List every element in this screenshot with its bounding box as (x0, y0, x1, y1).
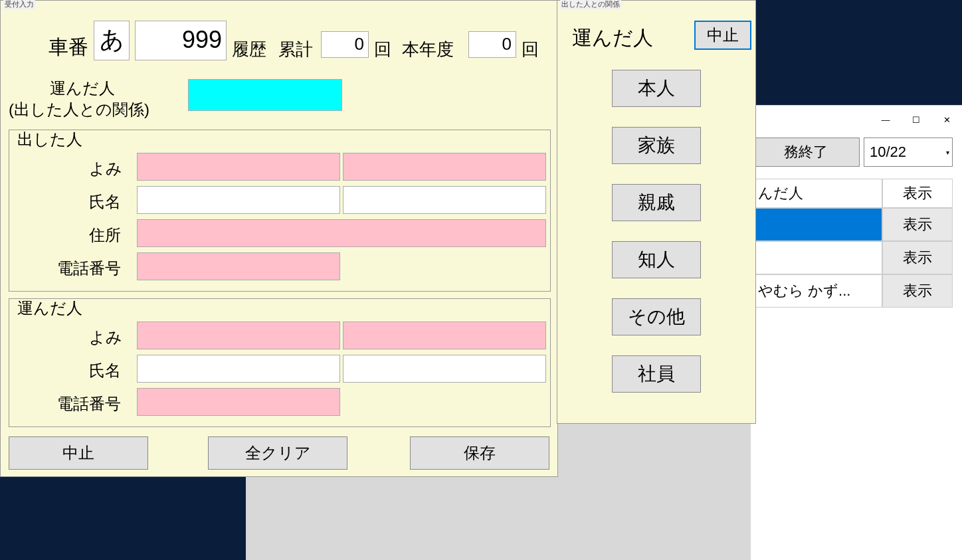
sum-label: 累計 (278, 38, 313, 61)
bringer-name-input-2[interactable] (343, 355, 546, 383)
column-bringer: んだ人 (752, 179, 882, 208)
bringer-relationship-input[interactable] (188, 79, 342, 111)
save-button[interactable]: 保存 (410, 436, 549, 470)
clear-all-button[interactable]: 全クリア (208, 436, 347, 470)
table-row-0-text[interactable] (752, 208, 882, 241)
bringer-group: 運んだ人 よみ 氏名 電話番号 (9, 298, 551, 427)
sum-value: 0 (321, 31, 369, 58)
bringer-group-title: 運んだ人 (15, 298, 85, 319)
column-show: 表示 (882, 179, 953, 208)
rel-option-2[interactable]: 親戚 (612, 184, 701, 221)
end-work-button[interactable]: 務終了 (752, 138, 860, 167)
bringer-tel-label: 電話番号 (57, 393, 121, 415)
sender-name-label: 氏名 (89, 191, 121, 213)
bringer-label-1: 運んだ人 (50, 78, 115, 99)
relationship-cancel-button[interactable]: 中止 (694, 21, 751, 50)
main-window: 受付入力 車番 あ 999 履歴 累計 0 回 本年度 0 回 運んだ人 (出し… (0, 0, 558, 477)
table-row-0-show-button[interactable]: 表示 (882, 208, 953, 241)
rel-option-1[interactable]: 家族 (612, 127, 701, 164)
sender-name-input-2[interactable] (343, 186, 546, 214)
bringer-yomi-input-2[interactable] (343, 322, 546, 349)
rel-option-0[interactable]: 本人 (612, 70, 701, 107)
sender-tel-label: 電話番号 (57, 258, 121, 279)
times-label-2: 回 (522, 38, 539, 61)
date-dropdown[interactable]: 10/22 ▾ (864, 138, 953, 167)
relationship-dialog: 出した人との関係 運んだ人 中止 本人 家族 親戚 知人 その他 社員 (557, 0, 756, 424)
bringer-yomi-label: よみ (89, 327, 122, 348)
sender-yomi-input-2[interactable] (343, 153, 546, 181)
rel-option-4[interactable]: その他 (612, 298, 701, 335)
maximize-icon[interactable]: ☐ (901, 110, 931, 129)
sender-group: 出した人 よみ 氏名 住所 電話番号 (9, 130, 551, 292)
background-window (751, 105, 962, 560)
window-controls: — ☐ ✕ (870, 110, 962, 129)
sender-tel-input[interactable] (137, 252, 340, 280)
year-value: 0 (468, 31, 516, 58)
history-label: 履歴 (232, 38, 266, 61)
chevron-down-icon: ▾ (946, 149, 949, 156)
minimize-icon[interactable]: — (870, 110, 901, 129)
bringer-label-2: (出した人との関係) (9, 99, 149, 120)
cancel-button[interactable]: 中止 (9, 436, 148, 470)
relationship-dialog-title: 出した人との関係 (560, 0, 621, 9)
times-label-1: 回 (374, 38, 391, 61)
bringer-yomi-input-1[interactable] (137, 322, 340, 349)
table-row-1-show-button[interactable]: 表示 (882, 241, 953, 274)
sender-addr-input[interactable] (137, 219, 546, 247)
table-row-2-show-button[interactable]: 表示 (882, 274, 953, 308)
date-value: 10/22 (870, 143, 906, 161)
sender-name-input-1[interactable] (137, 186, 340, 214)
table-row-1-text[interactable] (752, 241, 882, 274)
bringer-name-label: 氏名 (89, 360, 121, 381)
main-window-title: 受付入力 (3, 0, 35, 9)
bringer-tel-input[interactable] (137, 388, 340, 416)
bringer-name-input-1[interactable] (137, 355, 340, 383)
car-kana-input[interactable]: あ (94, 21, 130, 60)
year-label: 本年度 (402, 38, 454, 61)
rel-option-3[interactable]: 知人 (612, 241, 701, 278)
rel-option-5[interactable]: 社員 (612, 355, 701, 393)
sender-yomi-input-1[interactable] (137, 153, 340, 181)
car-number-input[interactable]: 999 (135, 21, 227, 60)
sender-addr-label: 住所 (89, 225, 121, 246)
sender-group-title: 出した人 (15, 129, 85, 150)
close-icon[interactable]: ✕ (931, 110, 962, 129)
relationship-heading: 運んだ人 (572, 25, 653, 52)
car-label: 車番 (48, 34, 88, 61)
table-row-2-text[interactable]: やむら かず... (752, 274, 882, 308)
sender-yomi-label: よみ (89, 158, 122, 179)
